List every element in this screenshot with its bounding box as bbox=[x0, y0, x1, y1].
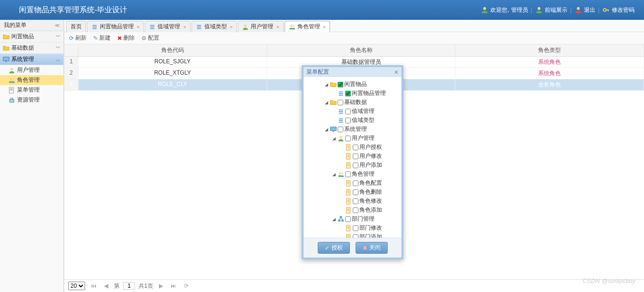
tree-checkbox[interactable] bbox=[345, 136, 351, 141]
logout-link[interactable]: 退出 bbox=[574, 6, 595, 14]
sidebar-group-系统管理[interactable]: 系统管理︽ bbox=[0, 54, 63, 65]
create-button[interactable]: ✎新建 bbox=[90, 33, 113, 43]
close-icon[interactable]: × bbox=[323, 24, 326, 30]
tree-node-闲置物品管理[interactable]: 闲置物品管理 bbox=[305, 89, 400, 98]
grid-header: 角色代码 角色名称 角色类型 bbox=[64, 44, 644, 57]
sidebar-group-闲置物品[interactable]: 闲置物品︾ bbox=[0, 31, 63, 43]
tree-checkbox[interactable] bbox=[353, 154, 358, 159]
tree-toggle-icon[interactable]: ◢ bbox=[331, 172, 337, 177]
tree-checkbox[interactable] bbox=[353, 145, 358, 150]
tree-checkbox[interactable] bbox=[353, 180, 358, 186]
tree-node-部门添加[interactable]: 部门添加 bbox=[305, 232, 400, 238]
first-page-button[interactable]: ⏮ bbox=[89, 283, 98, 289]
col-code[interactable]: 角色代码 bbox=[78, 44, 267, 56]
folder-icon bbox=[3, 34, 9, 40]
tab-首页[interactable]: 首页 bbox=[66, 21, 86, 32]
tree-checkbox[interactable] bbox=[353, 234, 358, 238]
tree-node-角色管理[interactable]: ◢角色管理 bbox=[305, 170, 400, 179]
svg-point-1 bbox=[538, 7, 540, 10]
monitor-icon bbox=[330, 126, 337, 133]
tree-toggle-icon[interactable]: ◢ bbox=[323, 100, 329, 105]
tree-node-角色配置[interactable]: 角色配置 bbox=[305, 179, 400, 188]
last-page-button[interactable]: ⏭ bbox=[169, 283, 178, 289]
next-page-button[interactable]: ▶ bbox=[157, 283, 165, 289]
tree-node-用户管理[interactable]: ◢用户管理 bbox=[305, 134, 400, 143]
close-icon[interactable]: × bbox=[230, 24, 233, 30]
tree-checkbox[interactable] bbox=[338, 82, 343, 87]
tree-checkbox[interactable] bbox=[338, 100, 343, 105]
close-icon[interactable]: × bbox=[137, 24, 139, 30]
tree-node-闲置物品[interactable]: ◢闲置物品 bbox=[305, 80, 400, 89]
reload-button[interactable]: ⟳ bbox=[182, 283, 191, 289]
tree-checkbox[interactable] bbox=[338, 127, 343, 132]
welcome-link[interactable]: 欢迎您, 管理员 bbox=[481, 6, 528, 14]
tree-node-角色添加[interactable]: 角色添加 bbox=[305, 206, 400, 215]
tree-checkbox[interactable] bbox=[345, 172, 351, 177]
close-icon[interactable]: × bbox=[276, 24, 279, 30]
preview-link[interactable]: 前端展示 bbox=[535, 6, 567, 14]
gear-icon: ⚙ bbox=[141, 35, 147, 42]
sidebar-item-菜单管理[interactable]: 菜单管理 bbox=[0, 85, 63, 95]
tree-node-用户添加[interactable]: 用户添加 bbox=[305, 161, 400, 170]
sidebar-item-用户管理[interactable]: 用户管理 bbox=[0, 65, 63, 75]
config-button[interactable]: ⚙配置 bbox=[139, 33, 162, 43]
chevron-icon: ︾ bbox=[56, 34, 61, 40]
tab-闲置物品管理[interactable]: 闲置物品管理× bbox=[87, 21, 144, 32]
tab-用户管理[interactable]: 用户管理× bbox=[238, 21, 283, 32]
tree-node-基础数据[interactable]: ◢基础数据 bbox=[305, 98, 400, 107]
tree-node-角色修改[interactable]: 角色修改 bbox=[305, 197, 400, 206]
dialog-title[interactable]: 菜单配置 ✕ bbox=[304, 67, 401, 77]
tree-checkbox[interactable] bbox=[345, 216, 351, 222]
tree-node-值域管理[interactable]: 值域管理 bbox=[305, 107, 400, 116]
refresh-button[interactable]: ⟳刷新 bbox=[66, 33, 89, 43]
col-num bbox=[64, 44, 78, 56]
folder-icon bbox=[3, 45, 9, 52]
col-name[interactable]: 角色名称 bbox=[267, 44, 456, 56]
password-link[interactable]: 修改密码 bbox=[602, 6, 635, 14]
page-size-select[interactable]: 20 bbox=[68, 282, 85, 290]
close-button[interactable]: ✖关闭 bbox=[356, 242, 388, 254]
svg-rect-11 bbox=[10, 97, 11, 99]
tree-checkbox[interactable] bbox=[353, 163, 358, 168]
collapse-icon[interactable]: ≪ bbox=[55, 23, 60, 28]
sidebar-item-资源管理[interactable]: 资源管理 bbox=[0, 95, 63, 105]
chevron-icon: ︾ bbox=[56, 45, 61, 52]
folder-icon bbox=[330, 81, 337, 88]
tree-toggle-icon[interactable]: ◢ bbox=[331, 136, 337, 141]
page-input[interactable] bbox=[123, 282, 135, 290]
tree-node-用户修改[interactable]: 用户修改 bbox=[305, 152, 400, 161]
tree-node-角色删除[interactable]: 角色删除 bbox=[305, 188, 400, 197]
tab-值域类型[interactable]: 值域类型× bbox=[191, 21, 237, 32]
tab-值域管理[interactable]: 值域管理× bbox=[145, 21, 190, 32]
svg-rect-4 bbox=[3, 57, 9, 60]
tabs: 首页闲置物品管理×值域管理×值域类型×用户管理×角色管理× bbox=[64, 20, 644, 32]
tab-角色管理[interactable]: 角色管理× bbox=[285, 21, 330, 32]
tree-node-用户授权[interactable]: 用户授权 bbox=[305, 143, 400, 152]
tree-checkbox[interactable] bbox=[353, 189, 358, 195]
tree-node-值域类型[interactable]: 值域类型 bbox=[305, 116, 400, 125]
tree-toggle-icon[interactable]: ◢ bbox=[323, 82, 329, 87]
tree-node-系统管理[interactable]: ◢系统管理 bbox=[305, 125, 400, 134]
sidebar: 我的菜单 ≪ 闲置物品︾基础数据︾系统管理︽用户管理角色管理菜单管理资源管理 bbox=[0, 20, 64, 292]
col-type[interactable]: 角色类型 bbox=[455, 44, 644, 56]
close-icon[interactable]: × bbox=[183, 24, 186, 30]
tree-checkbox[interactable] bbox=[345, 91, 351, 96]
tree-node-部门管理[interactable]: ◢部门管理 bbox=[305, 215, 400, 223]
tree-toggle-icon[interactable]: ◢ bbox=[323, 127, 329, 132]
tree-checkbox[interactable] bbox=[353, 225, 358, 231]
sidebar-group-基础数据[interactable]: 基础数据︾ bbox=[0, 43, 63, 54]
user-icon bbox=[338, 135, 344, 142]
tree-checkbox[interactable] bbox=[345, 118, 351, 123]
authorize-button[interactable]: ✔授权 bbox=[318, 242, 350, 254]
close-icon[interactable]: ✕ bbox=[394, 69, 399, 76]
tree-toggle-icon[interactable]: ◢ bbox=[331, 217, 337, 222]
tree-checkbox[interactable] bbox=[353, 207, 358, 213]
delete-button[interactable]: ✖删除 bbox=[114, 33, 138, 43]
svg-point-6 bbox=[10, 68, 13, 70]
prev-page-button[interactable]: ◀ bbox=[102, 283, 110, 289]
tree-checkbox[interactable] bbox=[353, 198, 358, 204]
svg-rect-16 bbox=[331, 127, 336, 130]
tree-node-部门修改[interactable]: 部门修改 bbox=[305, 223, 400, 232]
tree-checkbox[interactable] bbox=[345, 109, 351, 114]
sidebar-item-角色管理[interactable]: 角色管理 bbox=[0, 75, 63, 85]
